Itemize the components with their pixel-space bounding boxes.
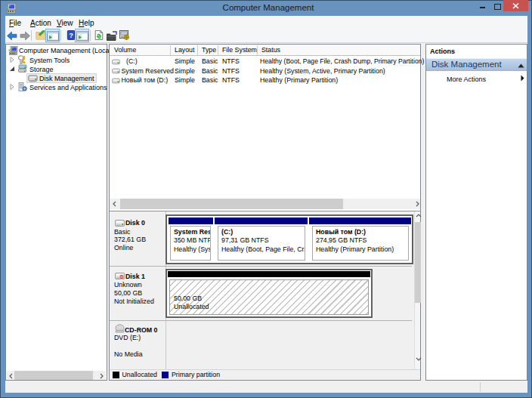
svg-text:?: ? <box>69 32 73 39</box>
